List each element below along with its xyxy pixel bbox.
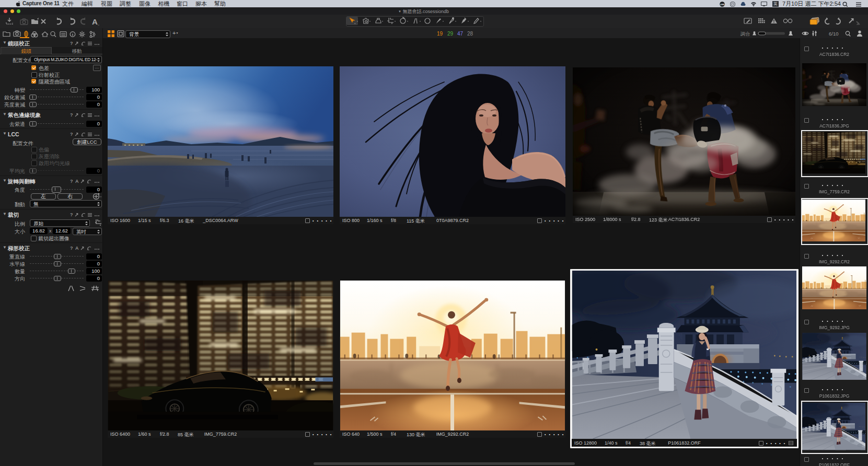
svg-text:A: A [92,17,98,26]
svg-text:LINE: LINE [720,4,725,6]
svg-text:6/10: 6/10 [829,31,839,37]
